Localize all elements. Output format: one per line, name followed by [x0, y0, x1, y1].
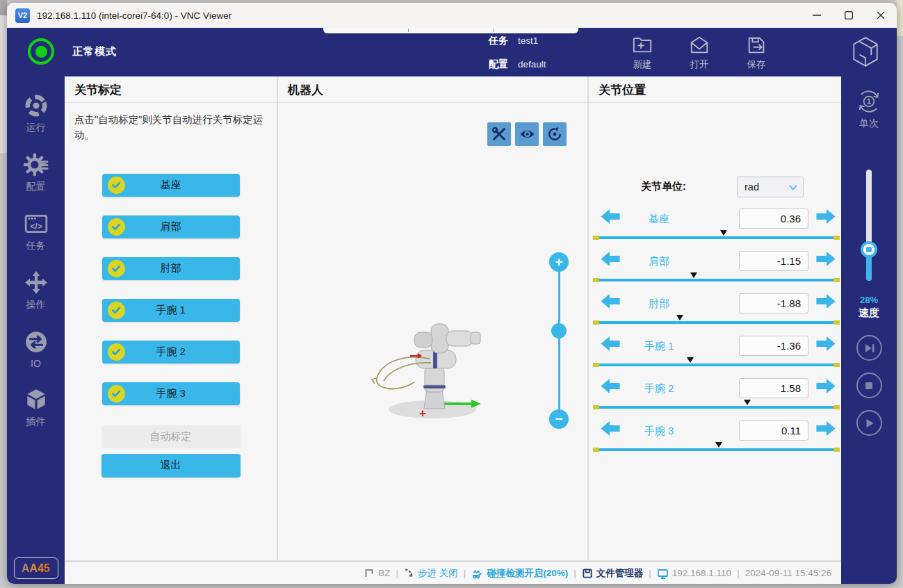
- open-button[interactable]: 打开: [678, 35, 720, 71]
- config-row[interactable]: 配置 default: [489, 58, 546, 71]
- app-header: 正常模式 任务 test1 配置 default 新建: [7, 28, 897, 76]
- tools-button[interactable]: [487, 122, 511, 146]
- zoom-in-button[interactable]: +: [549, 252, 569, 272]
- joint-increase-button[interactable]: [815, 336, 836, 354]
- robot-panel[interactable]: 机器人: [278, 76, 587, 560]
- zoom-slider-track[interactable]: [558, 271, 560, 410]
- joint-increase-button[interactable]: [815, 420, 836, 439]
- robot-id-badge[interactable]: AA45: [14, 557, 58, 579]
- zoom-slider-handle[interactable]: [551, 323, 567, 338]
- config-gear-icon: [24, 152, 49, 177]
- play-button[interactable]: [856, 410, 882, 436]
- reset-view-button[interactable]: [543, 122, 567, 146]
- joint-increase-button[interactable]: [815, 378, 836, 397]
- joint-unit-select[interactable]: rad: [737, 177, 804, 197]
- joint-slider-track[interactable]: [594, 406, 838, 409]
- exit-button[interactable]: 退出: [101, 454, 241, 477]
- check-icon: [108, 260, 125, 277]
- joint-decrease-button[interactable]: [600, 336, 621, 354]
- calibration-joint-button[interactable]: 肘部: [102, 257, 240, 280]
- joint-row: 手腕 3 0.11: [589, 418, 841, 460]
- calibration-joint-button[interactable]: 肩部: [102, 215, 240, 238]
- close-button[interactable]: [865, 3, 897, 28]
- joint-decrease-button[interactable]: [600, 251, 621, 270]
- run-icon: [24, 93, 49, 118]
- stop-button[interactable]: [856, 373, 882, 398]
- joint-value-field[interactable]: -1.15: [739, 251, 808, 271]
- file-manager-button[interactable]: 文件管理器: [582, 567, 644, 580]
- calibration-joint-label: 手腕 2: [156, 345, 186, 359]
- calibration-joint-button[interactable]: 基座: [102, 174, 240, 197]
- sidebar-item-operate[interactable]: 操作: [7, 270, 65, 311]
- joint-slider-marker[interactable]: [690, 272, 697, 278]
- vnc-viewer-window: V2 192.168.1.110 (intel-corei7-64:0) - V…: [7, 3, 897, 584]
- joint-slider-track[interactable]: [594, 321, 838, 324]
- sidebar-item-label: 任务: [26, 240, 46, 252]
- single-run-label: 单次: [841, 117, 897, 130]
- sidebar-item-config[interactable]: 配置: [7, 152, 65, 193]
- brand-logo-icon[interactable]: [849, 35, 881, 72]
- joint-slider-track[interactable]: [594, 448, 838, 451]
- calibration-joint-button[interactable]: 手腕 3: [102, 382, 240, 405]
- step-mode-label: 步进 关闭: [418, 567, 458, 580]
- joint-decrease-button[interactable]: [600, 293, 621, 312]
- speed-slider[interactable]: [866, 170, 872, 281]
- maximize-button[interactable]: [833, 3, 865, 28]
- close-icon: [877, 11, 885, 19]
- vnc-app-icon: V2: [15, 8, 30, 23]
- mode-indicator[interactable]: 正常模式: [28, 38, 117, 65]
- task-row[interactable]: 任务 test1: [489, 35, 538, 47]
- joint-name: 肩部: [621, 255, 697, 268]
- desktop-background-fragment: [0, 0, 7, 153]
- sidebar-item-task[interactable]: </> 任务: [7, 211, 65, 252]
- joint-increase-button[interactable]: [815, 209, 836, 227]
- collision-icon: [471, 568, 483, 579]
- sidebar-item-io[interactable]: IO: [7, 329, 65, 369]
- joint-slider-marker[interactable]: [720, 230, 727, 236]
- joint-slider-track[interactable]: [594, 279, 838, 281]
- sidebar-item-plugin[interactable]: 插件: [7, 387, 65, 428]
- joint-decrease-button[interactable]: [600, 209, 621, 227]
- joint-slider-marker[interactable]: [687, 357, 694, 363]
- joint-name: 手腕 2: [621, 382, 697, 395]
- joint-slider-marker[interactable]: [676, 315, 683, 320]
- joint-value-field[interactable]: -1.88: [739, 293, 808, 313]
- joint-slider-track[interactable]: [594, 236, 838, 239]
- calibration-joint-button[interactable]: 手腕 1: [102, 299, 240, 322]
- joint-value-field[interactable]: 0.11: [739, 420, 808, 441]
- single-run-button[interactable]: 1 单次: [841, 88, 897, 130]
- calibration-joint-label: 手腕 1: [156, 304, 186, 317]
- joint-decrease-button[interactable]: [600, 378, 621, 397]
- joint-value-field[interactable]: 0.36: [739, 209, 808, 229]
- calibration-panel: 关节标定 点击"自动标定"则关节自动进行关节标定运动。 基座 肩部 肘部 手腕 …: [65, 76, 277, 560]
- joint-slider-track[interactable]: [594, 364, 838, 366]
- joint-increase-button[interactable]: [815, 251, 836, 270]
- title-bar: V2 192.168.1.110 (intel-corei7-64:0) - V…: [7, 3, 897, 28]
- calibration-panel-title: 关节标定: [65, 76, 277, 103]
- robot-3d-view[interactable]: +: [368, 313, 487, 424]
- joint-decrease-button[interactable]: [600, 420, 621, 439]
- joint-slider-marker[interactable]: [744, 400, 751, 405]
- calibration-joint-label: 手腕 3: [156, 387, 186, 400]
- calibration-joint-button[interactable]: 手腕 2: [102, 341, 240, 364]
- desktop-background-fragment: [0, 0, 7, 15]
- zoom-out-button[interactable]: −: [549, 409, 569, 429]
- save-button[interactable]: 保存: [735, 35, 777, 71]
- network-monitor-icon: [657, 568, 669, 579]
- joint-value-field[interactable]: 1.58: [739, 378, 808, 398]
- sidebar-item-run[interactable]: 运行: [7, 93, 65, 134]
- collision-detection-indicator[interactable]: 碰撞检测开启(20%): [471, 567, 568, 580]
- speed-slider-handle[interactable]: [861, 241, 877, 258]
- joint-slider-marker[interactable]: [715, 442, 722, 448]
- playback-controls: [841, 335, 897, 436]
- step-forward-button[interactable]: [856, 335, 882, 361]
- step-arrow-icon: [404, 568, 414, 578]
- new-button[interactable]: 新建: [621, 35, 663, 71]
- joint-increase-button[interactable]: [815, 293, 836, 312]
- auto-calibrate-button[interactable]: 自动标定: [101, 425, 241, 448]
- joint-value-field[interactable]: -1.36: [739, 336, 808, 356]
- visibility-button[interactable]: [515, 122, 539, 146]
- minimize-button[interactable]: [801, 3, 833, 28]
- step-mode-indicator[interactable]: 步进 关闭: [404, 567, 458, 580]
- task-code-icon: </>: [24, 211, 49, 236]
